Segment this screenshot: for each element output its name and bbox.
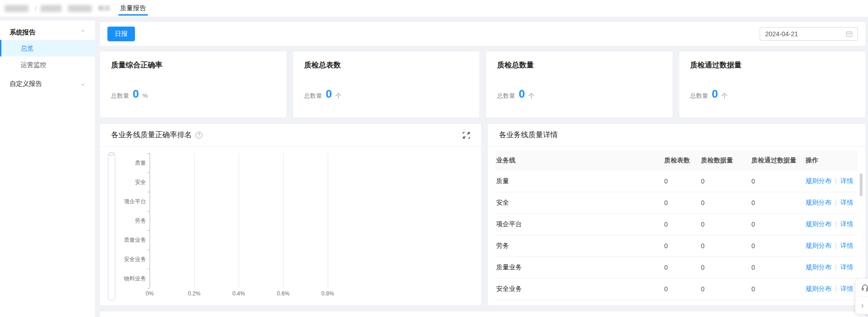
detail-link[interactable]: 详情 [840, 263, 853, 271]
sidebar-item-overview[interactable]: 总览 [0, 40, 95, 56]
stat-unit: 个 [336, 92, 342, 100]
date-picker-input[interactable]: 2024-04-21 [760, 27, 858, 41]
table-row: 项企平台000规则分布|详情 [495, 214, 858, 235]
top-tab-bar: / 模拟 质量报告 [0, 0, 868, 17]
chart-axis-tick [147, 153, 150, 154]
chart-category-label: 安全业务 [100, 256, 146, 263]
table-column-header: 质检数据量 [701, 156, 751, 165]
count-cell: 0 [701, 242, 751, 250]
sidebar-group-system-report[interactable]: 系统报告 ⌃ [0, 24, 95, 40]
chart-category-label: 项企平台 [100, 198, 146, 206]
chart-category-label: 安全 [100, 178, 146, 186]
table-row: 质量000规则分布|详情 [495, 171, 858, 192]
sidebar-group-label: 自定义报告 [10, 80, 42, 87]
chart-y-axis-labels: 质量安全项企平台劳务质量业务安全业务物料业务 [100, 153, 146, 288]
sidebar-group-custom-report[interactable]: 自定义报告 ⌄ [0, 76, 95, 91]
active-tab-underline [118, 14, 148, 16]
count-cell: 0 [664, 199, 701, 206]
table-row: 安全业务000规则分布|详情 [495, 278, 858, 300]
chart-x-tick-label: 0.2% [188, 290, 200, 297]
action-separator: | [835, 199, 837, 206]
detail-link[interactable]: 详情 [840, 220, 853, 228]
chart-card-header: 各业务线质量正确率排名 ? [100, 124, 481, 147]
rule-distribution-link[interactable]: 规则分布 [806, 220, 831, 228]
table-column-header: 操作 [806, 156, 858, 165]
bar-chart-card: 各业务线质量正确率排名 ? 质量安全项企平台劳务质量业务安全业务物料业务 0%0… [100, 124, 481, 305]
headset-icon [861, 284, 868, 292]
redacted-tab[interactable] [40, 5, 62, 12]
business-line-cell: 安全 [496, 199, 664, 207]
rule-distribution-link[interactable]: 规则分布 [806, 285, 831, 292]
redacted-tab-partial-text[interactable]: 模拟 [98, 4, 110, 12]
fullscreen-expand-icon[interactable] [463, 132, 470, 139]
count-cell: 0 [664, 221, 701, 228]
table-row: 质量业务000规则分布|详情 [495, 257, 858, 278]
table: 业务线质检表数质检数据量质检通过数据量操作 质量000规则分布|详情安全000规… [488, 147, 865, 300]
business-line-cell: 项企平台 [496, 220, 664, 228]
chart-x-tick-label: 0.6% [277, 290, 289, 297]
stat-card-title: 质量综合正确率 [111, 61, 275, 70]
chart-title: 各业务线质量正确率排名 [111, 130, 192, 140]
rule-distribution-link[interactable]: 规则分布 [806, 177, 831, 184]
business-line-cell: 质量业务 [496, 263, 664, 272]
chart-x-axis-labels: 0%0.2%0.4%0.6%0.8% [150, 290, 431, 298]
daily-report-button[interactable]: 日报 [107, 27, 135, 41]
count-cell: 0 [751, 178, 806, 185]
calendar-icon [846, 31, 852, 37]
sidebar-item-operations-monitoring[interactable]: 运营监控 [0, 56, 95, 73]
stat-label: 总数量 [111, 92, 129, 100]
rule-distribution-link[interactable]: 规则分布 [806, 242, 831, 249]
stat-card: 质检总表数 总数量 0 个 [293, 51, 480, 117]
redacted-tab[interactable] [5, 5, 28, 12]
table-card-header: 各业务线质量详情 [488, 124, 865, 147]
chart-category-label: 劳务 [100, 217, 146, 225]
chart-gridline [283, 153, 284, 288]
rule-distribution-link[interactable]: 规则分布 [806, 263, 831, 271]
actions-cell: 规则分布|详情 [806, 263, 858, 272]
rule-distribution-link[interactable]: 规则分布 [806, 199, 831, 206]
stat-unit: 个 [722, 92, 728, 100]
customer-service-button[interactable] [856, 279, 868, 296]
chart-category-label: 物料业务 [100, 275, 146, 283]
next-card-top-edge [100, 311, 865, 317]
stat-card: 质检通过数据量 总数量 0 个 [679, 51, 866, 117]
action-separator: | [835, 263, 837, 271]
table-scrollbar-thumb[interactable] [860, 173, 862, 196]
table-column-header: 质检表数 [664, 156, 701, 165]
detail-link[interactable]: 详情 [840, 199, 853, 206]
action-separator: | [835, 220, 837, 228]
actions-cell: 规则分布|详情 [806, 220, 858, 228]
sidebar-group-label: 系统报告 [10, 28, 35, 36]
stat-label: 总数量 [690, 92, 708, 100]
detail-link[interactable]: 详情 [840, 177, 853, 184]
collapse-widget-button[interactable]: › [856, 297, 868, 314]
chart-plot-area [150, 153, 431, 288]
chart-axis-tick [147, 288, 150, 289]
table-title: 各业务线质量详情 [499, 130, 558, 140]
chart-axis-tick [147, 172, 150, 173]
stat-value: 0 [326, 88, 332, 100]
chart-y-axis-line [150, 153, 150, 288]
detail-link[interactable]: 详情 [840, 285, 853, 292]
count-cell: 0 [701, 178, 751, 185]
actions-cell: 规则分布|详情 [806, 199, 858, 207]
detail-link[interactable]: 详情 [840, 242, 853, 249]
chart-category-label: 质量 [100, 159, 146, 167]
stat-card-title: 质检通过数据量 [690, 61, 855, 70]
stat-cards-row: 质量综合正确率 总数量 0 % 质检总表数 总数量 0 个 质检总数量 总数量 … [100, 51, 865, 117]
redacted-tab[interactable] [68, 5, 92, 12]
stat-value: 0 [712, 88, 718, 100]
help-question-icon[interactable]: ? [196, 132, 202, 139]
date-value: 2024-04-21 [765, 30, 846, 38]
chevron-down-icon: ⌄ [81, 76, 85, 91]
stat-card: 质量综合正确率 总数量 0 % [100, 51, 286, 117]
stat-unit: % [142, 92, 148, 99]
chart-axis-tick [147, 269, 150, 269]
stat-card: 质检总数量 总数量 0 个 [486, 51, 672, 117]
tab-quality-report[interactable]: 质量报告 [118, 0, 148, 17]
actions-cell: 规则分布|详情 [806, 177, 858, 185]
stat-unit: 个 [528, 92, 534, 100]
count-cell: 0 [701, 264, 751, 271]
count-cell: 0 [664, 178, 701, 185]
chart-axis-tick [147, 211, 150, 211]
